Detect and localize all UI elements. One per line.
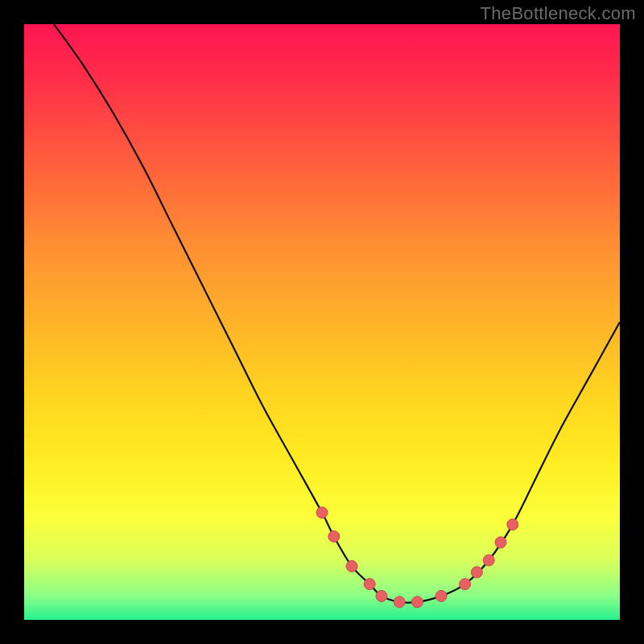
data-point — [316, 507, 328, 518]
data-point — [411, 597, 423, 608]
attribution-text: TheBottleneck.com — [481, 3, 636, 24]
data-point — [507, 519, 518, 530]
data-point — [471, 567, 482, 578]
data-point — [394, 597, 405, 608]
data-point — [495, 537, 506, 548]
data-point — [376, 590, 387, 601]
data-point — [436, 590, 447, 601]
data-point — [346, 560, 357, 572]
bottleneck-curve — [54, 24, 620, 603]
data-point — [328, 530, 340, 542]
data-point — [483, 555, 494, 566]
plot-area — [24, 24, 620, 620]
data-point — [364, 579, 375, 590]
data-point — [460, 579, 471, 590]
chart-svg — [24, 24, 620, 620]
chart-frame: TheBottleneck.com — [0, 0, 644, 644]
